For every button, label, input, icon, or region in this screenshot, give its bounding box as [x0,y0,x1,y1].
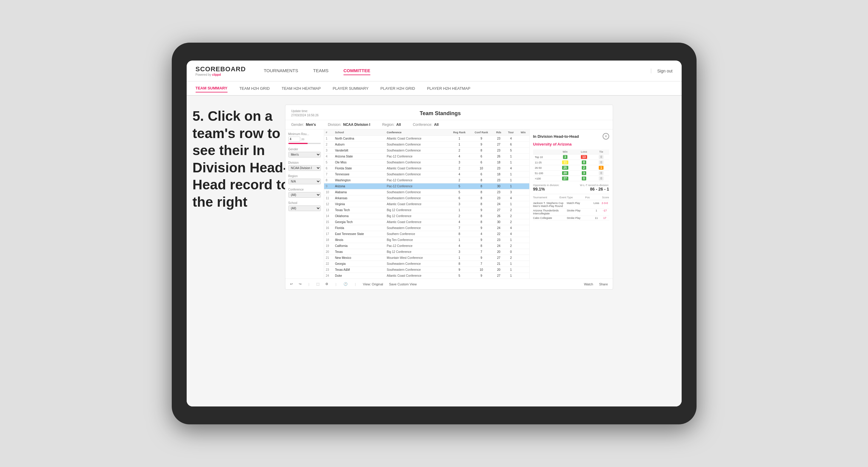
cell-rank: 19 [324,243,333,249]
subnav-player-h2h-heatmap[interactable]: PLAYER H2H HEATMAP [427,85,470,92]
cell-tour: 4 [505,165,517,172]
tournament-section: Tournament Event Type Pos Score Jackson … [533,194,609,220]
copy-button[interactable]: ⬚ [316,282,319,286]
h2h-close-button[interactable]: ✕ [602,133,609,139]
cell-rank: 5 [324,160,333,165]
tourn-pos: 11 [592,217,600,219]
min-rounds-group: Minimum Rou... 20 [288,132,321,144]
school-select[interactable]: (All) [288,206,321,211]
table-row[interactable]: 21 New Mexico Mountain West Conference 1… [324,255,529,261]
table-row[interactable]: 5 Ole Miss Southeastern Conference 3 6 1… [324,160,529,165]
table-row[interactable]: 10 Alabama Southeastern Conference 5 8 2… [324,189,529,195]
col-tour: Tour [505,129,517,136]
cell-rank: 9 [324,183,333,189]
tourn-type: Match Play [567,201,592,208]
table-row[interactable]: 18 Illinois Big Ten Conference 1 9 23 1 [324,237,529,243]
cell-reg-rank: 3 [449,201,470,207]
nav-tournaments[interactable]: TOURNAMENTS [264,66,298,75]
cell-conf-rank: 6 [470,172,493,178]
table-row[interactable]: 17 East Tennessee State Southern Confere… [324,231,529,237]
h2h-wl-table: Win Loss Tie Top 10 3 13 0 11-25 11 8 [533,149,609,181]
cell-conference: Big Ten Conference [385,237,449,243]
conference-select[interactable]: (All) [288,192,321,198]
cell-school: North Carolina [333,136,385,142]
cell-tour: 4 [505,231,517,237]
table-row[interactable]: 15 Georgia Tech Atlantic Coast Conferenc… [324,219,529,225]
cell-reg-rank: 1 [449,207,470,213]
table-row[interactable]: 7 Tennessee Southeastern Conference 4 6 … [324,172,529,178]
cell-win [517,172,529,178]
h2h-range-label: 51-100 [533,170,556,176]
table-row[interactable]: 14 Oklahoma Big 12 Conference 2 8 26 2 [324,213,529,219]
cell-school: Virginia [333,201,385,207]
division-select[interactable]: NCAA Division I [288,165,321,171]
subnav-team-h2h-grid[interactable]: TEAM H2H GRID [240,85,270,92]
table-row[interactable]: 22 Georgia Southeastern Conference 8 7 2… [324,261,529,267]
cell-win [517,142,529,148]
cell-reg-rank: 6 [449,195,470,201]
cell-school: Washington [333,178,385,183]
col-rds: Rds [493,129,504,136]
undo-button[interactable]: ↩ [290,282,293,286]
min-rounds-input[interactable] [288,136,300,142]
table-row[interactable]: 13 Texas Tech Big 12 Conference 1 9 27 2 [324,207,529,213]
table-row[interactable]: 24 Duke Atlantic Coast Conference 5 9 27… [324,273,529,279]
col-win: Win [517,129,529,136]
cell-win [517,148,529,154]
gender-select[interactable]: Men's Women's [288,152,321,157]
table-row[interactable]: 23 Texas A&M Southeastern Conference 9 1… [324,267,529,273]
table-row[interactable]: 16 Florida Southeastern Conference 7 9 2… [324,225,529,231]
subnav-player-h2h-grid[interactable]: PLAYER H2H GRID [380,85,415,92]
table-row[interactable]: 1 North Carolina Atlantic Coast Conferen… [324,136,529,142]
redo-button[interactable]: ↪ [299,282,302,286]
sign-out-button[interactable]: Sign out [651,69,672,73]
h2h-tie-cell: 0 [593,154,609,160]
cell-conf-rank: 4 [470,231,493,237]
table-row[interactable]: 3 Vanderbilt Southeastern Conference 2 8… [324,148,529,154]
view-original-button[interactable]: View: Original [363,282,383,286]
cell-conf-rank: 9 [470,255,493,261]
cell-rds: 27 [493,255,504,261]
cell-rds: 23 [493,165,504,172]
subnav-player-summary[interactable]: PLAYER SUMMARY [333,85,369,92]
table-row[interactable]: 11 Arkansas Southeastern Conference 6 8 … [324,195,529,201]
cell-rank: 12 [324,201,333,207]
nav-teams[interactable]: TEAMS [313,66,329,75]
subnav-team-h2h-heatmap[interactable]: TEAM H2H HEATMAP [281,85,320,92]
tournament-row: Arizona Thunderbirds Intercollegiate Str… [533,209,609,216]
table-row[interactable]: 9 Arizona Pac-12 Conference 5 8 30 1 [324,183,529,189]
watch-button[interactable]: Watch [584,282,593,286]
cell-conference: Southeastern Conference [385,160,449,165]
cell-reg-rank: 2 [449,178,470,183]
tourn-type: Stroke Play [567,209,592,215]
nav-committee[interactable]: COMMITTEE [343,66,370,75]
cell-school: Ole Miss [333,160,385,165]
h2h-team-name: University of Arizona [533,142,609,147]
panel-title: Team Standings [420,110,461,117]
table-row[interactable]: 20 Texas Big 12 Conference 3 7 20 0 [324,249,529,255]
table-row[interactable]: 8 Washington Pac-12 Conference 2 8 23 1 [324,178,529,183]
table-header-row: # School Conference Reg Rank Conf Rank R… [324,129,529,136]
cell-school: Texas A&M [333,267,385,273]
cell-rank: 22 [324,261,333,267]
table-row[interactable]: 19 California Pac-12 Conference 4 8 24 2 [324,243,529,249]
cell-reg-rank: 4 [449,154,470,160]
table-row[interactable]: 2 Auburn Southeastern Conference 1 9 27 … [324,142,529,148]
share-button[interactable]: Share [599,282,608,286]
cell-conf-rank: 10 [470,267,493,273]
tourn-type: Stroke Play [567,217,592,219]
save-custom-view-button[interactable]: Save Custom View [389,282,417,286]
cell-rank: 6 [324,165,333,172]
table-row[interactable]: 4 Arizona State Pac-12 Conference 4 6 26… [324,154,529,160]
cell-conf-rank: 9 [470,273,493,279]
cell-conference: Pac-12 Conference [385,243,449,249]
table-row[interactable]: 6 Florida State Atlantic Coast Conferenc… [324,165,529,172]
region-select[interactable]: N/A [288,179,321,184]
cell-win [517,237,529,243]
table-row[interactable]: 12 Virginia Atlantic Coast Conference 3 … [324,201,529,207]
rounds-slider[interactable] [288,143,321,144]
subnav-team-summary[interactable]: TEAM SUMMARY [196,84,227,92]
region-filter-display: Region: All [382,123,401,127]
settings-button[interactable]: ⚙ [325,282,328,286]
cell-win [517,225,529,231]
